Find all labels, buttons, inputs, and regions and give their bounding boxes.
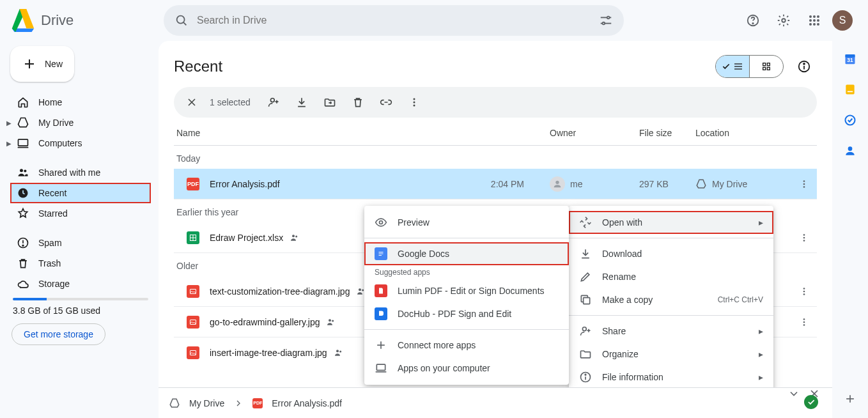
ctx-preview[interactable]: Preview (364, 211, 569, 234)
grid-icon (761, 61, 771, 72)
ctx-shortcut: Ctrl+C Ctrl+V (718, 295, 763, 304)
nav-starred[interactable]: Starred (10, 203, 151, 224)
file-name: text-customization-tree-diagram.jpg (210, 286, 350, 297)
ctx-organize[interactable]: Organize ▸ (569, 343, 773, 366)
search-options-icon[interactable] (593, 8, 619, 33)
nav-computers[interactable]: ▶ Computers (10, 133, 151, 153)
search-input[interactable] (194, 15, 593, 26)
keep-icon[interactable] (844, 83, 856, 96)
file-name: go-to-edrawmind-gallery.jpg (210, 317, 320, 327)
account-avatar[interactable]: S (832, 10, 853, 31)
svg-point-10 (813, 15, 816, 18)
nav-my-drive[interactable]: ▶ My Drive (10, 112, 151, 133)
nav-storage[interactable]: Storage (10, 274, 151, 294)
file-row[interactable]: PDF Error Analysis.pdf 2:04 PM me 297 KB (174, 169, 817, 199)
search-bar[interactable] (164, 5, 624, 36)
ctx-download[interactable]: Download (569, 242, 773, 265)
lumin-icon (375, 284, 387, 297)
svg-point-79 (585, 374, 586, 375)
search-icon[interactable] (169, 8, 194, 33)
tasks-icon[interactable] (844, 114, 856, 127)
ctx-lumin-pdf[interactable]: Lumin PDF - Edit or Sign Documents (364, 279, 569, 302)
ctx-rename[interactable]: Rename (569, 265, 773, 288)
contacts-icon[interactable] (844, 144, 856, 157)
more-actions-button[interactable] (401, 89, 427, 115)
new-button[interactable]: New (10, 46, 74, 82)
move-button[interactable] (317, 89, 343, 115)
list-icon (733, 61, 743, 72)
view-details-icon[interactable] (791, 54, 817, 79)
svg-point-7 (752, 23, 753, 24)
file-name: Edraw Project.xlsx (210, 233, 283, 243)
svg-point-23 (24, 169, 26, 172)
settings-gear-icon[interactable] (771, 8, 796, 33)
col-owner[interactable]: Owner (550, 128, 639, 138)
download-button[interactable] (289, 89, 314, 115)
pdf-icon: PDF (252, 398, 263, 408)
pdf-icon: PDF (187, 178, 199, 190)
svg-point-4 (607, 17, 610, 19)
file-time: 2:04 PM (491, 179, 524, 189)
svg-rect-73 (584, 298, 590, 304)
svg-point-9 (809, 15, 812, 18)
row-more-button[interactable] (791, 316, 817, 328)
clear-selection-button[interactable] (179, 89, 205, 115)
breadcrumb-root[interactable]: My Drive (189, 398, 224, 408)
ctx-file-info[interactable]: File information ▸ (569, 366, 773, 389)
ctx-open-with[interactable]: Open with ▸ (569, 211, 773, 234)
ctx-google-docs[interactable]: Google Docs (364, 242, 569, 265)
nav-spam[interactable]: Spam (10, 233, 151, 253)
move-folder-icon (323, 96, 336, 109)
drive-logo-icon (10, 8, 36, 33)
svg-rect-34 (767, 67, 770, 70)
svg-point-63 (803, 293, 805, 295)
grid-view-button[interactable] (750, 56, 783, 77)
nav-trash[interactable]: Trash (10, 253, 151, 274)
computers-icon (17, 137, 29, 150)
nav-recent[interactable]: Recent (10, 183, 151, 203)
col-name[interactable]: Name (174, 128, 550, 138)
col-location[interactable]: Location (695, 128, 791, 138)
ctx-share[interactable]: Share ▸ (569, 320, 773, 343)
svg-rect-28 (734, 63, 742, 64)
nav-shared-with-me[interactable]: Shared with me (10, 162, 151, 183)
svg-point-96 (848, 146, 853, 151)
ctx-dochub[interactable]: DocHub - PDF Sign and Edit (364, 302, 569, 325)
ctx-apps-on-computer[interactable]: Apps on your computer (364, 357, 569, 380)
svg-point-12 (809, 19, 812, 22)
storage-bar (13, 298, 148, 300)
list-view-button[interactable] (716, 56, 749, 77)
mydrive-icon (17, 116, 29, 129)
svg-rect-93 (846, 85, 854, 95)
nav-home[interactable]: Home (10, 92, 151, 112)
person-add-icon (267, 96, 280, 109)
chevron-right-icon[interactable]: ▶ (6, 140, 12, 147)
row-more-button[interactable] (791, 178, 817, 190)
storage-text: 3.8 GB of 15 GB used (13, 306, 148, 316)
breadcrumb-file[interactable]: Error Analysis.pdf (272, 398, 342, 408)
svg-point-67 (803, 318, 805, 320)
ctx-connect-apps[interactable]: Connect more apps (364, 334, 569, 357)
col-size[interactable]: File size (639, 128, 695, 138)
svg-point-0 (177, 16, 185, 24)
support-icon[interactable] (740, 8, 766, 33)
svg-point-45 (413, 105, 415, 107)
plus-icon (375, 339, 387, 352)
sidepanel-add-icon[interactable] (844, 392, 856, 405)
row-more-button[interactable] (791, 286, 817, 297)
delete-button[interactable] (345, 89, 371, 115)
chevron-right-icon[interactable]: ▶ (6, 120, 12, 127)
logo-area[interactable]: Drive (10, 8, 159, 33)
get-more-storage-button[interactable]: Get more storage (12, 323, 105, 345)
file-name: Error Analysis.pdf (210, 179, 280, 189)
get-link-button[interactable] (373, 89, 399, 115)
mydrive-icon (169, 398, 180, 409)
ctx-make-copy[interactable]: Make a copy Ctrl+C Ctrl+V (569, 288, 773, 311)
close-icon (185, 96, 198, 109)
chevron-down-icon[interactable] (787, 387, 800, 400)
apps-grid-icon[interactable] (802, 8, 827, 33)
share-button[interactable] (261, 89, 286, 115)
calendar-icon[interactable]: 31 (844, 52, 856, 65)
row-more-button[interactable] (791, 232, 817, 244)
people-icon (17, 166, 29, 179)
